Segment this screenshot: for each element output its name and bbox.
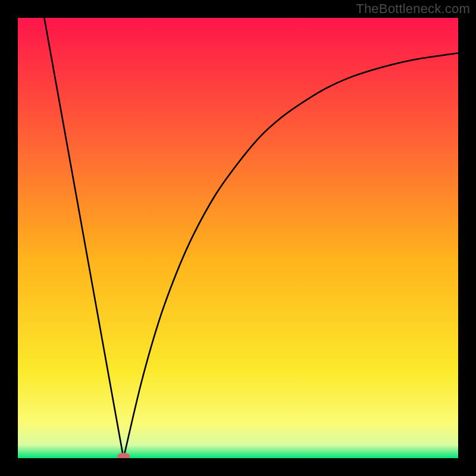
watermark-text: TheBottleneck.com (356, 1, 470, 17)
chart-stage: TheBottleneck.com (0, 0, 476, 476)
bottleneck-chart (18, 18, 458, 458)
